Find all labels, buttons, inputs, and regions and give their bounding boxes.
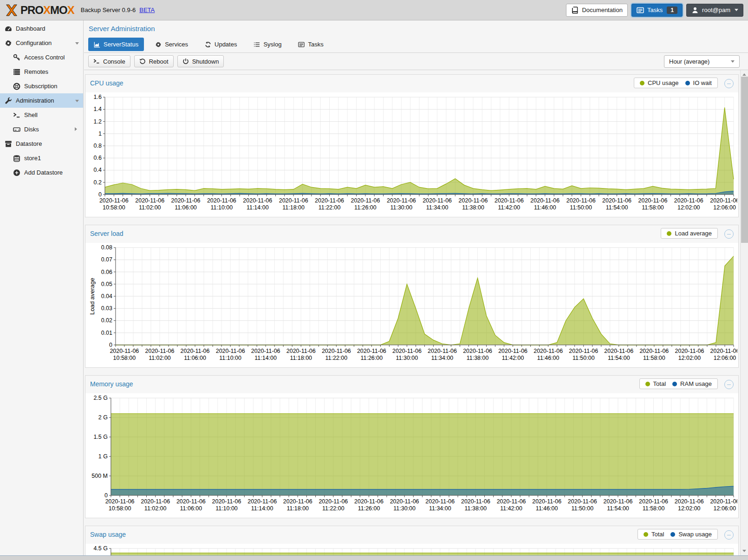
panel-header: Server loadLoad average bbox=[85, 225, 738, 243]
x-tick-label: 2020-11-06 bbox=[216, 348, 245, 354]
x-tick-label: 11:22:00 bbox=[322, 505, 345, 512]
x-tick-label: 11:02:00 bbox=[149, 355, 171, 361]
proxmox-backup-app: PROXMOX Backup Server 0.9-6 BETA Documen… bbox=[0, 0, 748, 560]
sidebar-item-access-control[interactable]: Access Control bbox=[0, 50, 83, 65]
x-tick-label: 2020-11-06 bbox=[569, 348, 598, 354]
sidebar-item-dashboard[interactable]: Dashboard bbox=[0, 21, 83, 36]
x-tick-label: 12:02:00 bbox=[677, 204, 700, 211]
tab-label: Tasks bbox=[308, 41, 323, 48]
tab-label: ServerStatus bbox=[104, 41, 138, 48]
chevron-down-icon[interactable] bbox=[75, 42, 79, 46]
shutdown-button[interactable]: Shutdown bbox=[177, 55, 224, 67]
memory-usage-chart: 0500 M1 G1.5 G2 G2.5 G2020-11-0610:58:00… bbox=[85, 393, 737, 516]
sidebar-item-configuration[interactable]: Configuration bbox=[0, 36, 83, 50]
chart-legend: TotalSwap usage bbox=[637, 529, 718, 540]
x-tick-label: 11:54:00 bbox=[607, 505, 629, 512]
x-tick-label: 11:34:00 bbox=[426, 204, 449, 211]
x-tick-label: 2020-11-06 bbox=[497, 498, 526, 505]
sidebar-item-administration[interactable]: Administration bbox=[0, 93, 83, 108]
x-tick-label: 2020-11-06 bbox=[181, 348, 210, 354]
x-tick-label: 2020-11-06 bbox=[602, 197, 631, 204]
scrollbar-thumb[interactable] bbox=[741, 77, 748, 243]
panel-title: Memory usage bbox=[90, 380, 133, 388]
console-button[interactable]: Console bbox=[88, 55, 130, 67]
tasks-button[interactable]: Tasks 1 bbox=[631, 4, 683, 17]
collapse-panel-button[interactable] bbox=[724, 530, 734, 540]
x-tick-label: 11:22:00 bbox=[325, 355, 348, 361]
sidebar-item-add-datastore[interactable]: Add Datastore bbox=[0, 165, 83, 180]
x-tick-label: 2020-11-06 bbox=[461, 498, 490, 505]
sidebar-item-label: store1 bbox=[24, 155, 41, 162]
gears-icon bbox=[5, 39, 12, 47]
x-tick-label: 11:22:00 bbox=[319, 204, 341, 211]
sidebar-item-datastore[interactable]: Datastore bbox=[0, 137, 83, 151]
x-tick-label: 11:46:00 bbox=[536, 505, 558, 512]
legend-label: Total bbox=[651, 531, 664, 538]
x-tick-label: 2020-11-06 bbox=[604, 498, 633, 505]
x-tick-label: 11:38:00 bbox=[465, 505, 487, 512]
x-tick-label: 11:06:00 bbox=[184, 355, 206, 361]
user-menu-button[interactable]: root@pam bbox=[686, 4, 743, 17]
reboot-button[interactable]: Reboot bbox=[134, 55, 174, 67]
collapse-panel-button[interactable] bbox=[724, 229, 734, 239]
legend-item: IO wait bbox=[685, 79, 712, 86]
panel-header: Swap usageTotalSwap usage bbox=[85, 526, 738, 544]
y-tick-label: 0.05 bbox=[101, 281, 112, 287]
chevron-down-icon[interactable] bbox=[75, 100, 79, 104]
scrollbar-up-arrow[interactable] bbox=[741, 70, 748, 77]
y-tick-label: 4.5 G bbox=[93, 545, 108, 552]
sidebar-item-store1[interactable]: store1 bbox=[0, 151, 83, 165]
sidebar-item-label: Add Datastore bbox=[24, 169, 63, 176]
power-icon bbox=[182, 58, 189, 65]
x-tick-label: 2020-11-06 bbox=[392, 348, 422, 354]
sidebar-item-label: Shell bbox=[24, 111, 38, 118]
x-tick-label: 2020-11-06 bbox=[145, 348, 175, 354]
y-tick-label: 0.06 bbox=[101, 269, 112, 275]
x-tick-label: 11:46:00 bbox=[534, 204, 556, 211]
sidebar-item-subscription[interactable]: Subscription bbox=[0, 79, 83, 93]
panel-swap-usage: Swap usageTotalSwap usage0500 M1 G1.5 G2… bbox=[85, 526, 739, 555]
remotes-icon bbox=[13, 68, 20, 76]
x-tick-label: 11:14:00 bbox=[254, 355, 277, 361]
tab-syslog[interactable]: Syslog bbox=[248, 38, 287, 51]
collapse-panel-button[interactable] bbox=[724, 380, 734, 389]
tab-updates[interactable]: Updates bbox=[199, 38, 242, 51]
scrollbar-down-arrow[interactable] bbox=[741, 548, 748, 555]
tab-services[interactable]: Services bbox=[150, 38, 194, 51]
product-version: Backup Server 0.9-6 bbox=[81, 7, 136, 13]
documentation-button[interactable]: Documentation bbox=[566, 4, 627, 17]
button-label: Reboot bbox=[149, 58, 169, 65]
x-tick-label: 2020-11-06 bbox=[251, 348, 280, 354]
sidebar-item-shell[interactable]: Shell bbox=[0, 108, 83, 122]
x-tick-label: 11:06:00 bbox=[175, 204, 197, 211]
database-icon bbox=[13, 155, 20, 162]
top-header: PROXMOX Backup Server 0.9-6 BETA Documen… bbox=[0, 0, 748, 20]
x-tick-label: 11:26:00 bbox=[358, 505, 380, 512]
chevron-right-icon[interactable] bbox=[75, 127, 79, 131]
x-tick-label: 11:42:00 bbox=[502, 355, 524, 361]
tab-serverstatus[interactable]: ServerStatus bbox=[88, 38, 144, 51]
beta-link[interactable]: BETA bbox=[139, 7, 155, 13]
time-range-select[interactable]: Hour (average) bbox=[664, 55, 740, 68]
x-tick-label: 2020-11-06 bbox=[99, 197, 129, 204]
x-tick-label: 2020-11-06 bbox=[176, 498, 206, 505]
x-tick-label: 2020-11-06 bbox=[639, 498, 668, 505]
collapse-panel-button[interactable] bbox=[724, 79, 734, 88]
tab-tasks[interactable]: Tasks bbox=[293, 38, 329, 51]
toolbar: ConsoleRebootShutdown Hour (average) bbox=[84, 53, 748, 70]
x-tick-label: 11:58:00 bbox=[643, 505, 665, 512]
documentation-label: Documentation bbox=[582, 7, 622, 13]
y-tick-label: 0 bbox=[109, 342, 112, 348]
sidebar-item-disks[interactable]: Disks bbox=[0, 122, 83, 137]
x-tick-label: 2020-11-06 bbox=[604, 348, 633, 354]
x-tick-label: 2020-11-06 bbox=[566, 197, 596, 204]
panel-title: Server load bbox=[90, 230, 124, 237]
button-label: Shutdown bbox=[192, 58, 219, 65]
x-tick-label: 11:38:00 bbox=[467, 355, 489, 361]
vertical-scrollbar[interactable] bbox=[740, 70, 748, 555]
sidebar-item-remotes[interactable]: Remotes bbox=[0, 65, 83, 79]
x-tick-label: 2020-11-06 bbox=[105, 498, 135, 505]
datastore-icon bbox=[5, 140, 12, 148]
x-tick-label: 11:42:00 bbox=[500, 505, 522, 512]
minus-icon bbox=[727, 535, 731, 535]
